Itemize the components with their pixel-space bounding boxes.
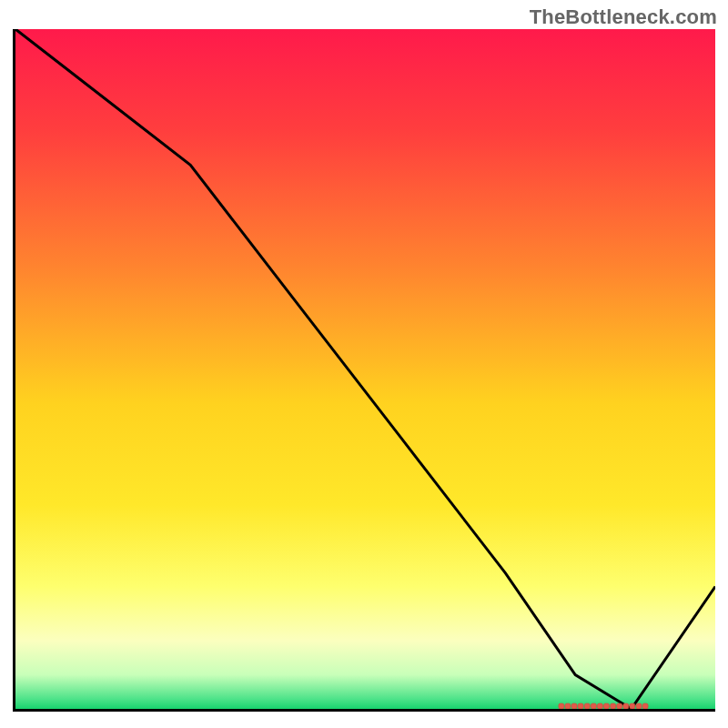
svg-rect-12 <box>636 703 642 709</box>
watermark-text: TheBottleneck.com <box>530 5 717 29</box>
svg-rect-9 <box>617 703 622 709</box>
svg-rect-11 <box>630 703 635 709</box>
svg-rect-3 <box>578 703 583 709</box>
svg-rect-8 <box>611 703 616 709</box>
svg-rect-6 <box>597 703 602 709</box>
svg-rect-1 <box>565 703 571 709</box>
svg-rect-0 <box>559 703 564 709</box>
svg-rect-4 <box>584 703 590 709</box>
svg-rect-10 <box>623 703 629 709</box>
gradient-background <box>15 29 715 709</box>
svg-rect-13 <box>642 703 648 709</box>
svg-rect-7 <box>603 703 609 709</box>
chart-svg <box>15 29 715 709</box>
svg-rect-2 <box>571 703 577 709</box>
plot-area <box>13 29 715 712</box>
svg-rect-5 <box>591 703 596 709</box>
chart-container: TheBottleneck.com <box>0 0 728 728</box>
